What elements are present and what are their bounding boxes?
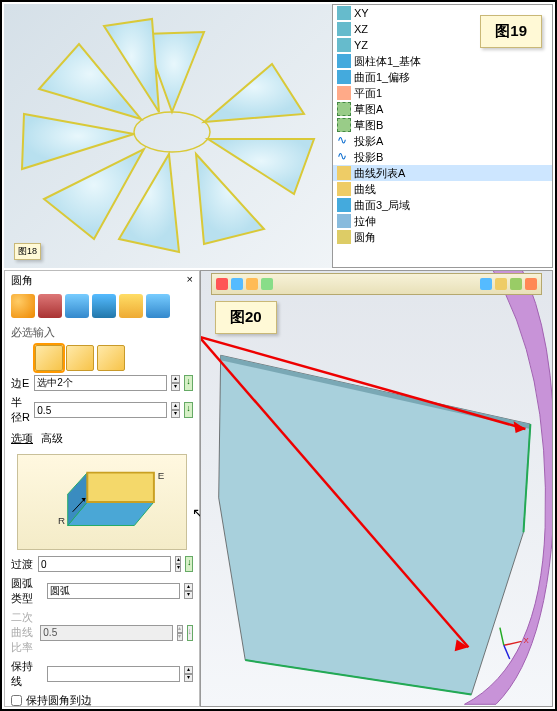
overflow-input[interactable] bbox=[38, 556, 171, 572]
tree-item-label[interactable]: 圆角 bbox=[354, 230, 376, 245]
arctype-spinner[interactable]: ▴▾ bbox=[184, 583, 193, 599]
keepline-input[interactable] bbox=[47, 666, 180, 682]
command-icons bbox=[5, 290, 199, 322]
sketch-icon bbox=[337, 102, 351, 116]
tree-item-label[interactable]: YZ bbox=[354, 39, 368, 51]
plane-icon bbox=[337, 22, 351, 36]
conic-input bbox=[40, 625, 173, 641]
panel-title: 圆角 bbox=[11, 273, 33, 288]
tree-item-label[interactable]: 草图B bbox=[354, 118, 383, 133]
radius-spinner[interactable]: ▴▾ bbox=[171, 402, 179, 418]
svg-text:X: X bbox=[523, 636, 529, 645]
body-icon bbox=[337, 70, 351, 84]
fillet-type-3[interactable] bbox=[97, 345, 125, 371]
projection-icon: ∿ bbox=[337, 134, 351, 148]
tree-item-label[interactable]: XY bbox=[354, 7, 369, 19]
vt-icon[interactable] bbox=[216, 278, 228, 290]
blade-3d-viewport[interactable]: X 图20 bbox=[200, 270, 553, 707]
vt-icon[interactable] bbox=[246, 278, 258, 290]
tree-item-label[interactable]: 曲线 bbox=[354, 182, 376, 197]
edge-label: 边E bbox=[11, 376, 30, 391]
cmd-icon-6[interactable] bbox=[146, 294, 170, 318]
conic-spinner: ▴▾ bbox=[177, 625, 182, 641]
body-icon bbox=[337, 54, 351, 68]
fillet-type-2[interactable] bbox=[66, 345, 94, 371]
vt-icon[interactable] bbox=[261, 278, 273, 290]
keepline-label: 保持线 bbox=[11, 659, 43, 689]
curve-icon bbox=[337, 182, 351, 196]
tree-item-label[interactable]: 平面1 bbox=[354, 86, 382, 101]
fillet-preview: E R ↖ bbox=[17, 454, 187, 550]
tree-item-label[interactable]: 曲面3_局域 bbox=[354, 198, 410, 213]
tree-item-label[interactable]: 曲面1_偏移 bbox=[354, 70, 410, 85]
tree-item-label[interactable]: 曲线列表A bbox=[354, 166, 405, 181]
cmd-icon-3[interactable] bbox=[65, 294, 89, 318]
radius-input[interactable] bbox=[34, 402, 167, 418]
radius-label: 半径R bbox=[11, 395, 30, 425]
cmd-icon-4[interactable] bbox=[92, 294, 116, 318]
edge-input[interactable] bbox=[34, 375, 167, 391]
note-18: 图18 bbox=[14, 243, 41, 260]
tree-item-label[interactable]: 拉伸 bbox=[354, 214, 376, 229]
overflow-add-btn[interactable]: ↓ bbox=[185, 556, 193, 572]
tree-item-label[interactable]: 投影A bbox=[354, 134, 383, 149]
projection-icon: ∿ bbox=[337, 150, 351, 164]
vt-icon[interactable] bbox=[495, 278, 507, 290]
section-required: 必选输入 bbox=[5, 322, 199, 343]
svg-marker-3 bbox=[87, 473, 154, 502]
fillet-property-panel: 圆角 × 必选输入 边E ▴▾ ↓ 半径R ▴▾ ↓ bbox=[4, 270, 200, 707]
plane-icon bbox=[337, 6, 351, 20]
note-19: 图19 bbox=[480, 15, 542, 48]
tab-advanced[interactable]: 高级 bbox=[41, 431, 63, 446]
chk-keep-edge[interactable] bbox=[11, 695, 22, 706]
plane-icon bbox=[337, 38, 351, 52]
tree-item-label[interactable]: 草图A bbox=[354, 102, 383, 117]
surface-icon bbox=[337, 198, 351, 212]
cmd-icon-2[interactable] bbox=[38, 294, 62, 318]
feature-tree[interactable]: XY XZ YZ 圆柱体1_基体 曲面1_偏移 平面1 草图A 草图B ∿投影A… bbox=[332, 4, 553, 268]
conic-add-btn: ↓ bbox=[187, 625, 194, 641]
svg-line-10 bbox=[504, 641, 522, 645]
close-icon[interactable]: × bbox=[187, 273, 193, 288]
svg-text:E: E bbox=[158, 470, 165, 481]
cmd-icon-5[interactable] bbox=[119, 294, 143, 318]
note-20: 图20 bbox=[215, 301, 277, 334]
vt-icon[interactable] bbox=[525, 278, 537, 290]
overflow-label: 过渡 bbox=[11, 557, 34, 572]
view-toolbar bbox=[211, 273, 542, 295]
chk-label: 保持圆角到边 bbox=[26, 693, 92, 708]
conic-label: 二次曲线比率 bbox=[11, 610, 36, 655]
extrude-icon bbox=[337, 214, 351, 228]
tab-options[interactable]: 选项 bbox=[11, 431, 33, 446]
sketch-icon bbox=[337, 118, 351, 132]
svg-text:R: R bbox=[58, 515, 65, 526]
plane-icon bbox=[337, 86, 351, 100]
arctype-input[interactable] bbox=[47, 583, 180, 599]
arctype-label: 圆弧类型 bbox=[11, 576, 43, 606]
keepline-spinner[interactable]: ▴▾ bbox=[184, 666, 193, 682]
vt-icon[interactable] bbox=[480, 278, 492, 290]
svg-line-12 bbox=[504, 645, 510, 659]
svg-line-11 bbox=[500, 628, 504, 646]
overflow-spinner[interactable]: ▴▾ bbox=[175, 556, 181, 572]
edge-add-btn[interactable]: ↓ bbox=[184, 375, 193, 391]
tree-item-label[interactable]: XZ bbox=[354, 23, 368, 35]
fillet-icon bbox=[337, 230, 351, 244]
fillet-type-1[interactable] bbox=[35, 345, 63, 371]
tree-item-label[interactable]: 投影B bbox=[354, 150, 383, 165]
curve-icon bbox=[337, 166, 351, 180]
tree-item-label[interactable]: 圆柱体1_基体 bbox=[354, 54, 421, 69]
vt-icon[interactable] bbox=[510, 278, 522, 290]
radius-add-btn[interactable]: ↓ bbox=[184, 402, 193, 418]
vt-icon[interactable] bbox=[231, 278, 243, 290]
edge-spinner[interactable]: ▴▾ bbox=[171, 375, 179, 391]
cmd-icon-1[interactable] bbox=[11, 294, 35, 318]
svg-point-0 bbox=[134, 112, 210, 152]
fan-3d-viewport[interactable]: 图18 bbox=[4, 4, 332, 268]
